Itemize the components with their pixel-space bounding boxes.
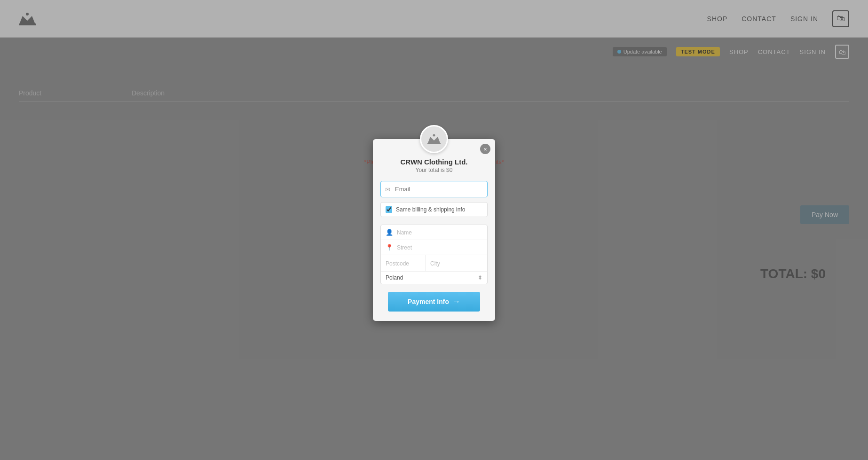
same-billing-row: Same billing & shipping info [380,202,488,217]
email-input-wrap: ✉ [380,181,488,197]
postcode-city-row [381,255,487,272]
close-icon: × [483,146,487,153]
modal-body: ✉ Same billing & shipping info 👤 📍 [373,181,495,312]
city-input[interactable] [430,260,482,267]
modal-close-button[interactable]: × [480,144,490,154]
street-input[interactable] [397,244,482,251]
billing-section: 👤 📍 [380,225,488,284]
svg-point-3 [433,134,435,137]
modal-overlay: × CRWN Clothing Ltd. Your total is $0 ✉ … [0,0,868,460]
modal-crown-icon [427,134,441,144]
postcode-input[interactable] [386,260,420,267]
modal-company-name: CRWN Clothing Ltd. [373,158,495,166]
email-icon: ✉ [385,186,390,193]
postcode-wrap [381,255,426,271]
payment-info-button[interactable]: Payment Info → [388,292,480,312]
name-row: 👤 [381,225,487,240]
location-icon: 📍 [386,244,393,251]
modal-subtitle: Your total is $0 [373,167,495,173]
email-input[interactable] [380,181,488,197]
country-select[interactable]: Poland United States Germany France Unit… [386,274,478,281]
payment-info-label: Payment Info [408,298,449,305]
chevron-down-icon: ⬍ [478,274,482,281]
name-input[interactable] [397,229,482,236]
modal-logo-circle [420,125,448,153]
same-billing-label: Same billing & shipping info [396,206,465,213]
same-billing-checkbox[interactable] [386,206,392,213]
modal-logo-wrap [373,125,495,153]
svg-rect-5 [427,143,441,144]
country-row: Poland United States Germany France Unit… [381,272,487,284]
person-icon: 👤 [386,229,393,236]
city-wrap [426,255,487,271]
checkout-modal: × CRWN Clothing Ltd. Your total is $0 ✉ … [373,139,495,321]
street-row: 📍 [381,240,487,255]
arrow-right-icon: → [453,297,460,306]
